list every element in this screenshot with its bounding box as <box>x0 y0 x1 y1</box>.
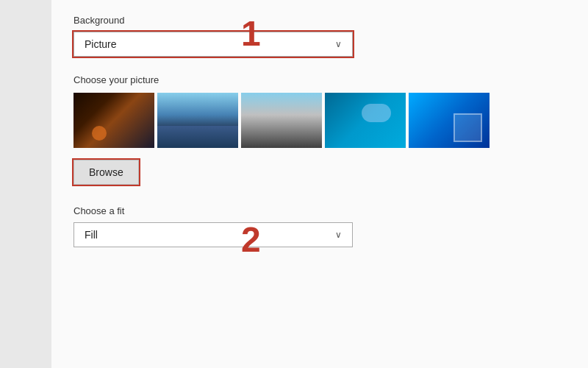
choose-fit-label: Choose a fit <box>74 205 566 216</box>
fit-chevron-down-icon: ∨ <box>335 230 342 240</box>
thumbnail-1[interactable] <box>74 93 154 148</box>
picture-grid <box>74 93 566 148</box>
chevron-down-icon: ∨ <box>335 39 342 49</box>
thumbnail-5[interactable] <box>409 93 490 148</box>
thumbnail-4[interactable] <box>325 93 406 148</box>
annotation-2: 2 <box>241 219 261 260</box>
thumbnail-3[interactable] <box>241 93 322 148</box>
browse-button[interactable]: Browse <box>74 160 139 185</box>
annotation-1: 1 <box>241 13 261 54</box>
background-type-value: Picture <box>85 38 117 50</box>
sidebar <box>0 0 51 368</box>
choose-fit-dropdown[interactable]: Fill ∨ <box>74 222 353 247</box>
thumbnail-2[interactable] <box>157 93 238 148</box>
background-type-dropdown[interactable]: Picture ∨ <box>74 32 353 57</box>
choose-picture-label: Choose your picture <box>74 74 566 85</box>
main-content: Background Picture ∨ 1 Choose your pictu… <box>51 0 588 368</box>
background-label: Background <box>74 15 566 26</box>
choose-fit-value: Fill <box>85 229 98 241</box>
